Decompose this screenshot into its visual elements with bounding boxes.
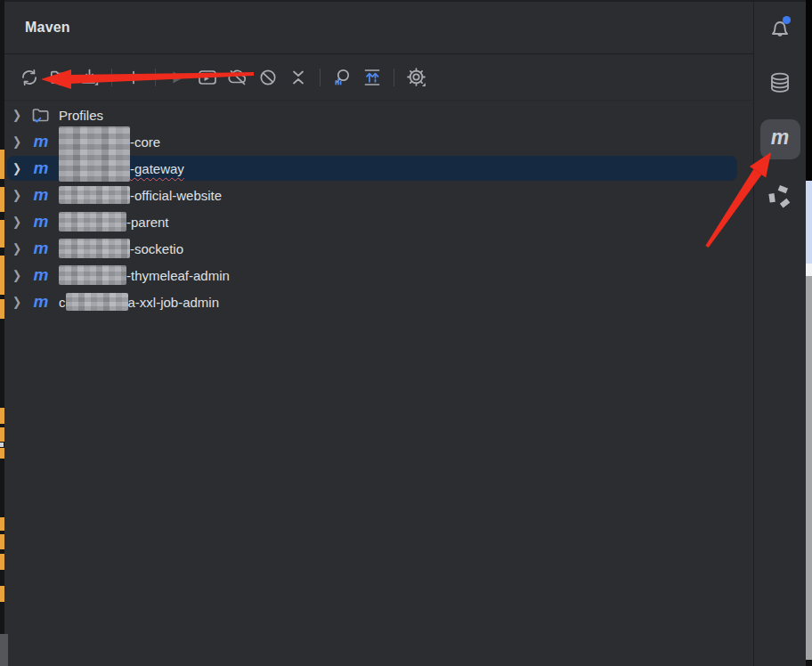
toolbar-separator — [394, 69, 394, 86]
redacted-text — [59, 212, 126, 231]
chevron-right-icon[interactable]: ❯ — [12, 296, 30, 308]
maven-tool-button-selected[interactable]: m — [760, 119, 800, 159]
database-icon — [766, 69, 794, 98]
chevron-right-icon[interactable]: ❯ — [12, 242, 30, 255]
bell-icon — [765, 12, 795, 43]
redacted-text — [59, 186, 130, 204]
refresh-icon — [18, 66, 41, 89]
screen-edge-column — [806, 0, 812, 666]
execute-maven-goal-button[interactable] — [192, 62, 223, 93]
collapse-all-button[interactable] — [283, 62, 313, 93]
toggle-offline-mode-button[interactable] — [223, 62, 253, 93]
tree-item-label: -socketio — [130, 241, 183, 256]
run-maven-build-button[interactable] — [162, 62, 192, 93]
analyze-dependencies-button[interactable] — [327, 62, 357, 93]
redacted-text — [59, 265, 126, 285]
toolbar-separator — [111, 69, 112, 86]
maven-m-icon: m — [34, 266, 49, 283]
maven-m-icon: m — [34, 159, 49, 176]
tree-item-label: -parent — [126, 215, 169, 230]
maven-toolbar — [0, 54, 753, 101]
upload-expand-button[interactable] — [357, 62, 387, 93]
database-tool-button[interactable] — [766, 69, 794, 98]
dependency-analyzer-icon — [330, 66, 353, 89]
maven-m-icon: m — [771, 127, 789, 148]
tree-item-label: -official-website — [130, 188, 222, 203]
run-play-icon — [166, 66, 189, 89]
chevron-right-icon[interactable]: ❯ — [12, 109, 30, 121]
redacted-text — [66, 293, 128, 311]
tree-item-module-gateway[interactable]: ❯ m -gateway — [0, 155, 753, 182]
chevron-right-icon[interactable]: ❯ — [12, 162, 30, 175]
generate-sources-folders-button[interactable] — [45, 62, 75, 93]
redacted-text — [59, 126, 130, 182]
maven-projects-tree: ❯ Profiles ❯ m -core ❯ m — [0, 101, 753, 315]
caret-line-icon — [122, 66, 145, 89]
skip-tests-button[interactable] — [253, 62, 283, 93]
maven-m-icon: m — [34, 293, 49, 310]
tree-item-profiles[interactable]: ❯ Profiles — [0, 102, 753, 128]
collapse-all-icon — [287, 66, 310, 89]
folder-check-icon — [31, 106, 51, 125]
notification-badge-dot — [783, 16, 791, 24]
caret-line-button[interactable] — [118, 62, 149, 93]
panel-title: Maven — [25, 20, 70, 36]
download-sources-button[interactable] — [75, 62, 105, 93]
tree-item-label: Profiles — [59, 108, 103, 123]
gear-icon — [404, 65, 428, 89]
chevron-right-icon[interactable]: ❯ — [12, 215, 30, 228]
folder-sync-icon — [48, 66, 71, 89]
maven-m-icon: m — [34, 213, 49, 230]
tree-item-label-prefix: c — [59, 295, 66, 310]
plugin-tool-button[interactable] — [763, 180, 797, 214]
tree-item-module-xxl-job-admin[interactable]: ❯ m c a-xxl-job-admin — [0, 288, 753, 315]
tree-item-module-socketio[interactable]: ❯ m -socketio — [0, 235, 753, 262]
tree-item-module-thymeleaf-admin[interactable]: ❯ m -thymeleaf-admin — [0, 262, 753, 288]
left-edge-strip — [0, 0, 4, 666]
double-up-arrows-icon — [361, 66, 384, 89]
maven-m-icon: m — [34, 186, 49, 203]
screenshot-root: Maven — [0, 0, 812, 666]
maven-tool-window: Maven — [0, 0, 753, 666]
tool-window-header: Maven — [0, 2, 753, 54]
notifications-button[interactable] — [765, 12, 795, 43]
chevron-right-icon[interactable]: ❯ — [12, 189, 30, 201]
skip-tests-icon — [256, 66, 280, 89]
right-tool-window-stripe: m — [753, 0, 806, 666]
redacted-text — [59, 239, 130, 258]
execute-goal-icon — [196, 66, 219, 89]
toolbar-separator — [320, 69, 321, 86]
reload-all-maven-projects-button[interactable] — [14, 62, 45, 93]
tree-item-label: -gateway — [130, 161, 184, 176]
toolbar-separator — [155, 69, 156, 86]
cloud-offline-icon — [226, 66, 249, 89]
maven-m-icon: m — [34, 133, 49, 150]
maven-m-icon: m — [34, 240, 49, 256]
tree-item-label: a-xxl-job-admin — [128, 295, 220, 310]
tree-item-module-official-website[interactable]: ❯ m -official-website — [0, 182, 753, 208]
maven-settings-button[interactable] — [401, 62, 431, 93]
chevron-right-icon[interactable]: ❯ — [12, 269, 30, 281]
pinwheel-plugin-icon — [763, 180, 797, 214]
tree-item-label: -thymeleaf-admin — [126, 268, 230, 283]
download-icon — [78, 66, 102, 89]
chevron-right-icon[interactable]: ❯ — [12, 135, 30, 148]
tree-item-module-parent[interactable]: ❯ m -parent — [0, 208, 753, 235]
tree-item-label: -core — [130, 134, 160, 150]
